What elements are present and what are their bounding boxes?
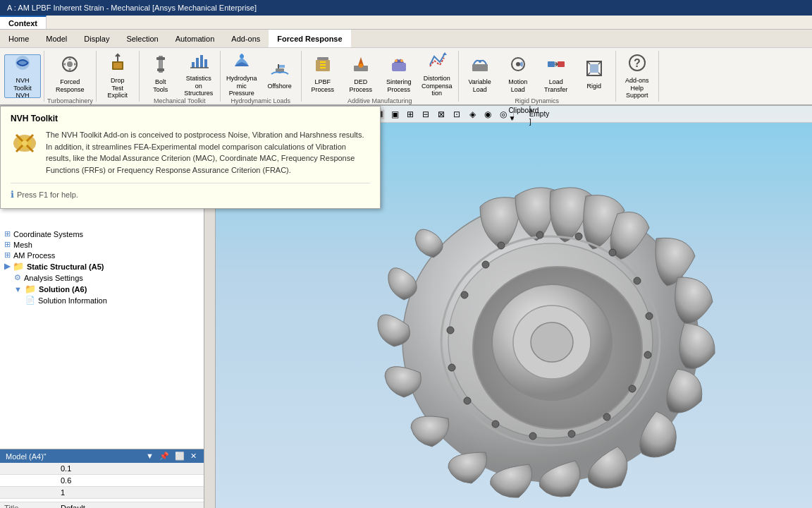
nvh-toolkit-btn[interactable]: NVHToolkitNVH <box>4 54 41 98</box>
svg-rect-7 <box>157 68 164 71</box>
empty-btn[interactable]: [ Empty ] <box>532 107 546 121</box>
bolt-tools-icon <box>151 54 171 77</box>
distortion-compensation-btn[interactable]: DistortionCompensation <box>419 52 455 96</box>
tooltip-text: The NVH Toolkit Add-on is conceived to p… <box>46 129 370 176</box>
properties-table: 0.1 0.6 1 Title Default <box>0 463 204 508</box>
offshore-btn[interactable]: Offshore <box>262 52 298 96</box>
addons-help-btn[interactable]: ? Add-onsHelpSupport <box>619 54 656 98</box>
mesh-icon: ⊞ <box>4 240 11 249</box>
tree-item-solution-information[interactable]: 📄 Solution Information <box>3 295 201 306</box>
hydro-pressure-icon <box>232 51 252 73</box>
load-transfer-icon <box>546 54 566 77</box>
menu-addons[interactable]: Add-ons <box>223 30 269 47</box>
menu-forced-response[interactable]: Forced Response <box>269 30 350 47</box>
ribbon-group-mechanical: BoltTools StatisticsonStructures <box>140 51 221 102</box>
drop-test-label: DropTestExplicit <box>107 77 128 99</box>
prop-row-3: 1 <box>0 487 204 499</box>
svg-point-62 <box>568 430 575 437</box>
variable-load-icon <box>470 54 490 77</box>
svg-rect-37 <box>590 64 598 73</box>
tooltip-icon <box>11 129 39 157</box>
rigid-label: Rigid <box>586 83 601 90</box>
svg-marker-29 <box>443 52 447 55</box>
vp-icon-6[interactable]: ⊞ <box>403 107 417 121</box>
tooltip-title: NVH Toolkit <box>11 114 370 123</box>
vp-icon-8[interactable]: ⊠ <box>434 107 448 121</box>
bolt-tools-label: BoltTools <box>153 78 168 94</box>
svg-point-25 <box>359 64 363 68</box>
ribbon-group-nvh: NVHToolkitNVH <box>1 51 44 102</box>
svg-point-64 <box>492 421 499 428</box>
prop-row-title: Title Default <box>0 502 204 509</box>
svg-rect-11 <box>196 58 199 68</box>
menu-automation[interactable]: Automation <box>167 30 223 47</box>
ribbon-group-rigid: VariableLoad MotionLoad <box>459 51 616 102</box>
load-transfer-label: LoadTransfer <box>544 78 567 94</box>
vp-icon-11[interactable]: ◉ <box>481 107 495 121</box>
forced-response-btn[interactable]: ForcedResponse <box>51 52 88 96</box>
tree-item-static-structural[interactable]: ▶ 📁 Static Structural (A5) <box>3 260 201 272</box>
statistics-btn[interactable]: StatisticsonStructures <box>180 52 217 96</box>
forced-response-icon <box>60 54 80 77</box>
turbo-group-items: ForcedResponse <box>51 52 88 96</box>
menu-selection[interactable]: Selection <box>118 30 166 47</box>
ribbon-group-hydro: HydrodynamicPressure Offshore Hydrodynam… <box>221 51 302 102</box>
support-group-items: ? Add-onsHelpSupport <box>619 52 656 100</box>
main-area: NVH Toolkit The NVH Toolkit Add-on is co… <box>0 106 812 508</box>
motion-load-label: MotionLoad <box>508 78 527 94</box>
variable-load-btn[interactable]: VariableLoad <box>462 52 498 96</box>
drop-test-icon <box>108 53 128 75</box>
menu-display[interactable]: Display <box>75 30 118 47</box>
svg-point-67 <box>447 327 454 334</box>
tree-item-mesh[interactable]: ⊞ Mesh <box>3 239 201 250</box>
tree-item-solution[interactable]: ▼ 📁 Solution (A6) <box>3 283 201 295</box>
drop-test-btn[interactable]: DropTestExplicit <box>99 54 136 98</box>
am-process-icon: ⊞ <box>4 250 11 260</box>
prop-row-1: 0.1 <box>0 463 204 475</box>
svg-point-72 <box>531 322 573 362</box>
svg-rect-34 <box>548 61 555 67</box>
title-text: A : AM LPBF Inherent Strain - Mechanical… <box>7 4 257 12</box>
sintering-process-btn[interactable]: SinteringProcess <box>381 52 417 96</box>
prop-pin-btn[interactable]: 📌 <box>158 452 171 461</box>
ded-icon <box>351 54 371 77</box>
properties-panel: Model (A4)" ▼ 📌 ⬜ ✕ 0.1 0.6 <box>0 449 204 508</box>
lpbf-icon <box>313 54 333 77</box>
prop-close-btn[interactable]: ✕ <box>189 452 198 461</box>
motion-load-btn[interactable]: MotionLoad <box>500 52 536 96</box>
svg-point-58 <box>646 313 653 320</box>
rigid-group-items: VariableLoad MotionLoad <box>462 52 613 96</box>
svg-point-63 <box>529 433 536 440</box>
help-text: Press F1 for help. <box>17 190 78 199</box>
mechanical-toolkit-label: Mechanical Toolkit <box>154 96 205 104</box>
svg-rect-20 <box>317 57 328 60</box>
prop-expand-btn[interactable]: ⬜ <box>173 452 186 461</box>
hydro-group-items: HydrodynamicPressure Offshore <box>223 52 298 96</box>
tree-item-analysis-settings[interactable]: ⚙ Analysis Settings <box>3 272 201 283</box>
svg-point-65 <box>464 397 471 404</box>
static-structural-icon: ▶ <box>4 262 10 271</box>
sintering-icon <box>389 54 409 77</box>
solution-info-icon: 📄 <box>25 296 35 305</box>
ded-process-btn[interactable]: DEDProcess <box>343 52 379 96</box>
vp-icon-5[interactable]: ▣ <box>388 107 402 121</box>
load-transfer-btn[interactable]: LoadTransfer <box>538 52 574 96</box>
sidebar: NVH Toolkit The NVH Toolkit Add-on is co… <box>0 106 204 508</box>
vp-icon-9[interactable]: ⊡ <box>450 107 464 121</box>
menu-home[interactable]: Home <box>0 30 37 47</box>
svg-rect-18 <box>279 65 285 68</box>
vp-icon-7[interactable]: ⊟ <box>419 107 433 121</box>
lpbf-process-btn[interactable]: LPBFProcess <box>304 52 341 96</box>
additive-group-items: LPBFProcess DEDProcess <box>304 52 455 96</box>
bolt-tools-btn[interactable]: BoltTools <box>142 52 179 96</box>
rigid-btn[interactable]: Rigid <box>576 52 613 96</box>
menu-model[interactable]: Model <box>37 30 75 47</box>
tab-context[interactable]: Context <box>0 16 47 29</box>
tree-item-coordinate-systems[interactable]: ⊞ Coordinate Systems <box>3 229 201 239</box>
vp-icon-10[interactable]: ◈ <box>465 107 479 121</box>
hydrodynamic-pressure-btn[interactable]: HydrodynamicPressure <box>223 52 260 96</box>
lpbf-label: LPBFProcess <box>311 78 334 94</box>
prop-dropdown-btn[interactable]: ▼ <box>144 452 155 461</box>
tree-item-am-process[interactable]: ⊞ AM Process <box>3 250 201 260</box>
svg-point-55 <box>575 233 582 240</box>
